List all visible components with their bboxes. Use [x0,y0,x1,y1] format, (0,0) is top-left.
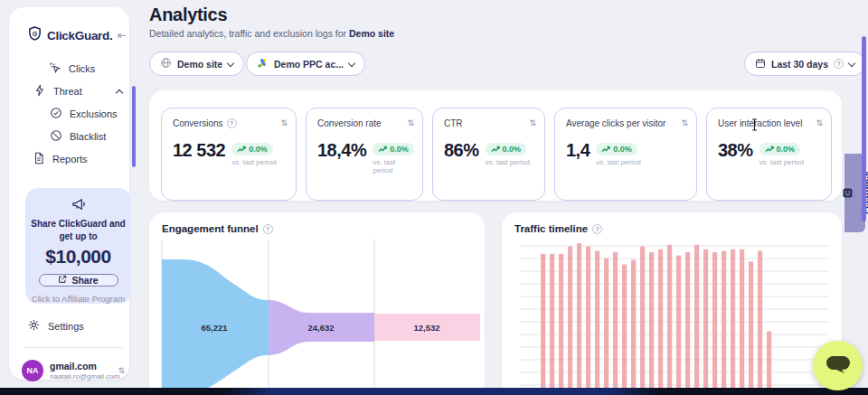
sidebar-item-blacklist[interactable]: Blacklist [50,129,106,144]
promo-footer: Click to Affiliate Program [32,294,125,304]
change-badge: 0.0% [231,143,273,155]
sidebar-item-label: Settings [48,321,84,332]
change-badge: 0.0% [760,143,801,155]
share-button[interactable]: Share [39,274,118,287]
avatar: NA [22,360,43,381]
page-scrollbar[interactable] [862,36,866,221]
timeline-bar [740,249,744,395]
account-switcher[interactable]: NA gmail.com naatali.ro@gmail.com ⇅ [22,358,125,383]
stat-value: 38% [718,140,753,161]
page-subtitle: Detailed analytics, traffic and exclusio… [149,28,394,39]
timeline-bar [568,246,572,395]
site-selector-value: Demo site [177,59,222,70]
traffic-timeline-title: Traffic timeline ? [514,223,602,234]
collapse-sidebar-icon[interactable]: ⇤ [117,29,126,42]
date-range-selector[interactable]: Last 30 days ? [744,52,865,76]
funnel-value-2: 24,632 [307,323,334,333]
sort-icon[interactable]: ⇅ [816,118,823,127]
chat-bubble-icon [826,354,851,378]
sidebar-item-clicks[interactable]: Clicks [49,61,95,76]
timeline-bar [631,260,636,395]
compare-label: vs. last period [596,158,640,166]
sidebar-item-settings[interactable]: Settings [27,318,84,334]
gear-icon [27,318,41,334]
timeline-bar [613,252,618,395]
traffic-timeline-card: Traffic timeline ? [502,212,842,395]
timeline-bar [667,245,672,395]
text-cursor [750,118,759,135]
timeline-bar [722,250,726,395]
info-icon[interactable]: ? [263,224,273,234]
logo: G ClickGuard. ⇤ [27,25,122,45]
account-email: naatali.ro@gmail.com [50,372,111,381]
divider [24,347,124,348]
stat-label: Conversion rate [317,118,382,128]
info-icon[interactable]: ? [834,59,844,69]
timeline-bar [703,249,708,395]
trend-up-icon [378,146,387,153]
stat-value: 18,4% [317,140,366,161]
timeline-bar [749,261,753,395]
timeline-bar [541,254,545,395]
stat-value: 12 532 [173,140,225,161]
timeline-bar [731,249,735,395]
affiliate-promo-card[interactable]: Share ClickGuard and get up to $10,000 S… [25,188,131,304]
ppc-account-selector[interactable]: Demo PPC ac... [246,52,365,76]
sidebar-item-label: Reports [52,154,88,165]
stat-label: Conversions [173,118,223,128]
sidebar-item-exclusions[interactable]: Exclusions [50,107,118,121]
timeline-bar [758,250,762,395]
engagement-funnel-title: Engagement funnel ? [162,223,273,234]
trend-up-icon [491,146,500,153]
compare-label: vs. last period [373,158,414,174]
sidebar-scrollbar[interactable] [132,86,136,167]
info-icon[interactable]: ? [227,118,237,128]
timeline-bar [559,254,563,395]
stat-card-conversion-rate: Conversion rate ⇅ 18,4% 0.0% vs. last pe… [306,108,423,201]
timeline-bar [685,252,690,395]
timeline-gridlines [520,246,829,385]
change-badge: 0.0% [373,143,414,155]
globe-icon [160,57,172,71]
funnel-value-1: 65,221 [201,323,228,333]
timeline-bar [550,254,554,395]
external-link-icon [58,275,67,286]
funnel-value-3: 12,532 [413,323,439,333]
sidebar-item-label: Clicks [69,63,95,74]
sort-icon[interactable]: ⇅ [280,118,288,127]
subtitle-site-name: Demo site [349,28,394,39]
trend-up-icon [765,146,774,153]
ppc-account-value: Demo PPC ac... [274,59,344,70]
change-badge: 0.0% [596,143,637,155]
sort-icon[interactable]: ⇅ [681,118,688,127]
trend-up-icon [601,146,610,153]
info-icon[interactable]: ? [592,224,602,234]
calendar-icon [755,58,766,71]
chevron-down-icon [848,59,855,66]
engagement-funnel-svg: 65,221 24,632 12,532 [149,212,485,395]
chat-launcher-button[interactable] [813,341,863,390]
sidebar-item-reports[interactable]: Reports [33,152,88,166]
account-select-icon: ⇅ [118,366,125,375]
sidebar-item-threat[interactable]: Threat [33,84,122,99]
sort-icon[interactable]: ⇅ [407,118,414,127]
date-range-value: Last 30 days [771,59,828,70]
chevron-up-icon [116,89,123,96]
chevron-down-icon [348,59,355,66]
stat-card-interaction-level: User interaction level ⇅ 38% 0.0% vs. la… [706,108,832,201]
timeline-bar [577,243,581,395]
stat-value: 1,4 [566,140,590,161]
site-selector[interactable]: Demo site [149,52,244,76]
timeline-bar [767,331,771,395]
traffic-timeline-svg [502,212,842,395]
promo-amount: $10,000 [45,246,110,268]
trend-up-icon [237,146,246,153]
click-cursor-icon [49,61,61,76]
sort-icon[interactable]: ⇅ [529,118,536,127]
stats-panel: Conversions ? ⇅ 12 532 0.0% vs. last per… [149,90,842,201]
threat-lightning-icon [33,84,46,99]
stat-label: Average clicks per visitor [566,118,665,128]
sidebar-item-label: Threat [53,86,82,97]
change-badge: 0.0% [486,143,527,155]
compare-label: vs. last period [231,158,276,166]
